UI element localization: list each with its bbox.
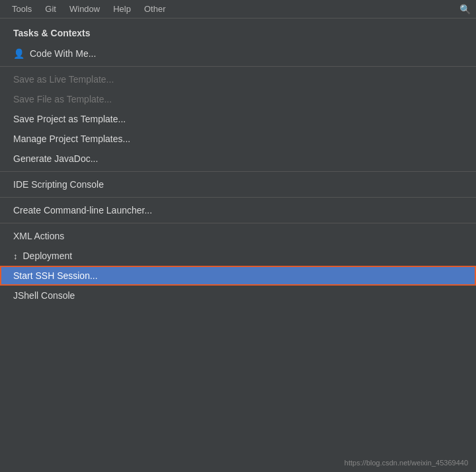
- menu-item-jshell-console[interactable]: JShell Console: [0, 286, 476, 305]
- menu-item-code-with-me[interactable]: 👤 Code With Me...: [0, 44, 476, 63]
- watermark-text: https://blog.csdn.net/weixin_45369440: [344, 459, 468, 467]
- code-with-me-icon: 👤: [13, 48, 24, 59]
- menu-item-xml-actions-label: XML Actions: [13, 231, 64, 241]
- menu-bar-help[interactable]: Help: [106, 3, 138, 15]
- section-title-tasks-contexts: Tasks & Contexts: [0, 21, 476, 44]
- menu-item-ide-scripting-console-label: IDE Scripting Console: [13, 179, 104, 190]
- menu-item-generate-javadoc-label: Generate JavaDoc...: [13, 153, 98, 164]
- menu-item-start-ssh-session-label: Start SSH Session...: [13, 270, 98, 281]
- menu-item-xml-actions[interactable]: XML Actions: [0, 226, 476, 246]
- menu-item-save-project-template[interactable]: Save Project as Template...: [0, 109, 476, 129]
- menu-item-create-command-line-launcher-label: Create Command-line Launcher...: [13, 205, 152, 216]
- menu-bar: Tools Git Window Help Other 🔍: [0, 0, 476, 19]
- divider-2: [0, 171, 476, 172]
- menu-bar-git[interactable]: Git: [38, 3, 63, 15]
- menu-item-deployment-label: Deployment: [23, 251, 73, 261]
- menu-item-save-live-template: Save as Live Template...: [0, 69, 476, 89]
- tools-dropdown-menu: Tasks & Contexts 👤 Code With Me... Save …: [0, 19, 476, 308]
- deployment-icon: ↕: [13, 251, 18, 261]
- divider-4: [0, 223, 476, 223]
- menu-item-jshell-console-label: JShell Console: [13, 290, 75, 301]
- menu-bar-other[interactable]: Other: [138, 3, 173, 15]
- menu-item-start-ssh-session[interactable]: Start SSH Session...: [0, 266, 476, 286]
- menu-item-deployment[interactable]: ↕ Deployment: [0, 246, 476, 266]
- menu-bar-window[interactable]: Window: [63, 3, 106, 15]
- menu-item-save-file-template-label: Save File as Template...: [13, 94, 112, 104]
- divider-1: [0, 66, 476, 67]
- dropdown-container: Tasks & Contexts 👤 Code With Me... Save …: [0, 19, 476, 472]
- menu-item-code-with-me-label: Code With Me...: [30, 48, 96, 59]
- menu-item-ide-scripting-console[interactable]: IDE Scripting Console: [0, 175, 476, 194]
- menu-bar-tools[interactable]: Tools: [5, 3, 38, 15]
- menu-item-save-live-template-label: Save as Live Template...: [13, 74, 114, 85]
- divider-3: [0, 197, 476, 198]
- menu-item-save-project-template-label: Save Project as Template...: [13, 114, 126, 124]
- menu-item-create-command-line-launcher[interactable]: Create Command-line Launcher...: [0, 200, 476, 220]
- menu-item-save-file-template: Save File as Template...: [0, 89, 476, 109]
- menu-item-manage-project-templates[interactable]: Manage Project Templates...: [0, 129, 476, 149]
- menu-item-manage-project-templates-label: Manage Project Templates...: [13, 134, 130, 144]
- menu-item-generate-javadoc[interactable]: Generate JavaDoc...: [0, 149, 476, 169]
- search-icon[interactable]: 🔍: [459, 4, 471, 15]
